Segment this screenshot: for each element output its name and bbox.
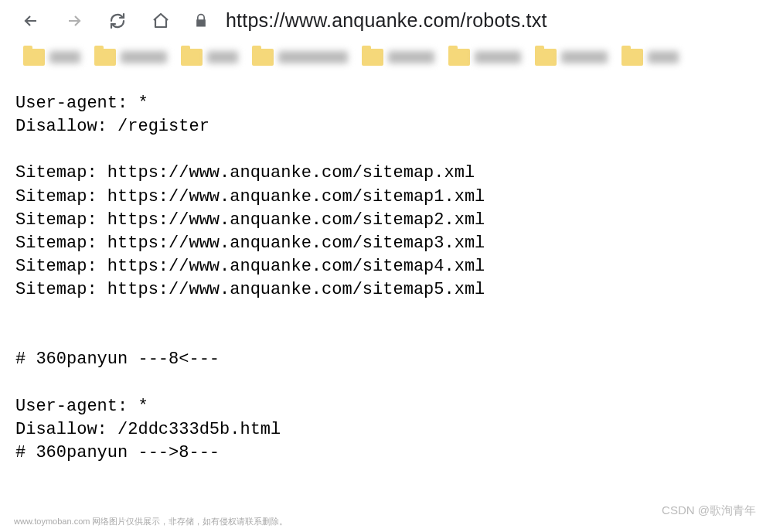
watermark-right: CSDN @歌洵青年 [662, 503, 756, 518]
bookmark-item[interactable] [448, 49, 521, 66]
home-button[interactable] [152, 12, 170, 30]
bookmark-label [475, 51, 521, 63]
bookmark-label [648, 51, 679, 63]
bookmark-item[interactable] [621, 49, 679, 66]
bookmark-label [388, 51, 434, 63]
folder-icon [252, 49, 274, 66]
bookmark-label [207, 51, 238, 63]
folder-icon [94, 49, 116, 66]
bookmarks-bar [0, 46, 773, 73]
bookmark-item[interactable] [23, 49, 80, 66]
folder-icon [23, 49, 45, 66]
url-text: https://www.anquanke.com/robots.txt [226, 9, 547, 32]
address-bar[interactable]: https://www.anquanke.com/robots.txt [192, 9, 758, 32]
back-button[interactable] [22, 12, 40, 30]
folder-icon [448, 49, 470, 66]
bookmark-label [49, 51, 80, 63]
lock-icon [192, 12, 210, 30]
bookmark-item[interactable] [252, 49, 348, 66]
folder-icon [621, 49, 643, 66]
nav-buttons [22, 12, 170, 30]
bookmark-item[interactable] [94, 49, 167, 66]
bookmark-item[interactable] [362, 49, 434, 66]
folder-icon [181, 49, 203, 66]
reload-button[interactable] [108, 12, 127, 30]
folder-icon [535, 49, 557, 66]
forward-button[interactable] [65, 12, 83, 30]
watermark-left: www.toymoban.com 网络图片仅供展示，非存储，如有侵权请联系删除。 [14, 516, 288, 527]
page-content: User-agent: * Disallow: /register Sitema… [0, 73, 773, 472]
bookmark-item[interactable] [535, 49, 608, 66]
bookmark-label [121, 51, 167, 63]
bookmark-label [278, 51, 348, 63]
bookmark-label [561, 51, 608, 63]
browser-toolbar: https://www.anquanke.com/robots.txt [0, 0, 773, 46]
folder-icon [362, 49, 383, 66]
bookmark-item[interactable] [181, 49, 238, 66]
